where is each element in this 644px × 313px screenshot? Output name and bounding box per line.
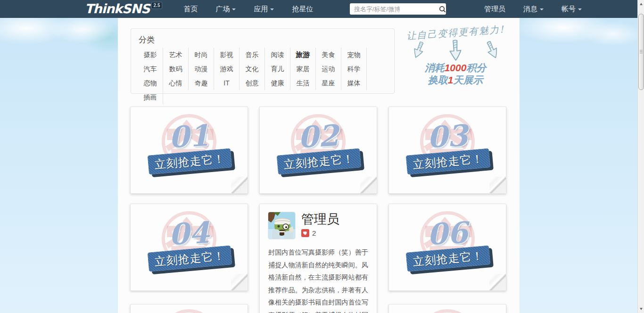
user-menu-item[interactable]: 管理员	[475, 0, 514, 18]
page-fold-corner	[231, 274, 248, 291]
avatar[interactable]	[268, 212, 295, 239]
page-fold-corner	[489, 274, 506, 291]
category-tag[interactable]: IT	[214, 76, 239, 90]
star-slot-card-1[interactable]: 空 01 立刻抢走它！	[130, 107, 248, 194]
promo-days-value: 1	[448, 74, 454, 85]
arrow-down-icon	[640, 308, 643, 310]
search-icon[interactable]	[439, 3, 446, 15]
category-list: 摄影艺术时尚影视音乐阅读旅游美食宠物汽车数码动漫游戏文化育儿家居运动科学恋物心情…	[131, 48, 394, 104]
category-tag[interactable]: 动漫	[189, 62, 214, 76]
user-menu: 管理员 消息 帐号	[475, 0, 591, 18]
category-tag[interactable]: 家居	[290, 62, 316, 76]
promo-cost-line: 消耗1000积分	[397, 62, 513, 74]
category-tag[interactable]: 摄影	[138, 48, 163, 62]
page-fold-corner	[231, 177, 248, 194]
category-tag[interactable]: 文化	[239, 62, 265, 76]
promo-banner: 让自己变得更有魅力! 消耗1000积分 换取1天展示	[397, 26, 513, 86]
promo-reward-line: 换取1天展示	[397, 74, 513, 86]
user-menu-item[interactable]: 消息	[514, 0, 553, 18]
empty-stamp-icon: 空	[420, 309, 475, 313]
page-fold-corner	[360, 177, 377, 194]
star-slot-card-3[interactable]: 空 03 立刻抢走它！	[388, 107, 506, 194]
category-tag[interactable]: 媒体	[341, 76, 367, 90]
category-tag[interactable]: 健康	[265, 76, 290, 90]
top-navbar: ThinkSNS 2.5 首页 广场 应用 抢星位 管理员	[0, 0, 644, 18]
star-slot-card-4[interactable]: 空 04 立刻抢走它！	[130, 204, 248, 291]
scroll-down-button[interactable]	[638, 305, 644, 313]
heart-icon[interactable]	[301, 229, 309, 237]
category-tag[interactable]: 生活	[290, 76, 316, 90]
star-slot-card-6[interactable]: 空 06 立刻抢走它！	[388, 204, 506, 291]
profile-bio: 封国内首位写真摄影师（笑）善于捕捉人物清新自然的纯美瞬间。风格清新自然，在主流摄…	[268, 246, 368, 313]
scroll-up-button[interactable]	[638, 0, 644, 8]
user-menu-item[interactable]: 帐号	[553, 0, 591, 18]
logo-version-badge: 2.5	[151, 2, 163, 9]
main-menu: 首页 广场 应用 抢星位	[174, 0, 322, 18]
likes-row: 2	[301, 229, 339, 237]
search-box	[350, 3, 446, 15]
category-tag[interactable]: 心情	[163, 76, 189, 90]
logo-text: ThinkSNS	[85, 1, 150, 17]
category-tag[interactable]: 奇趣	[189, 76, 214, 90]
profile-header: 管理员 2	[268, 212, 368, 239]
category-tag[interactable]: 影视	[214, 48, 239, 62]
sketch-arrow-down-icon	[409, 39, 428, 61]
category-tag[interactable]: 运动	[316, 62, 341, 76]
arrow-up-icon	[640, 3, 643, 5]
page-fold-corner	[489, 177, 506, 194]
chevron-down-icon	[232, 8, 236, 10]
nav-menu-item[interactable]: 应用	[245, 0, 283, 18]
occupied-star-card[interactable]: 管理员 2 封国内首位写真摄影师（笑）善于捕捉人物清新自然的纯美瞬间。风格清新自…	[259, 204, 377, 313]
star-slot-card-partial-left[interactable]: 空	[130, 304, 248, 313]
category-tag[interactable]: 时尚	[189, 48, 214, 62]
category-tag[interactable]: 恋物	[138, 76, 163, 90]
star-slot-card-partial-right[interactable]: 空	[388, 304, 506, 313]
category-title: 分类	[139, 34, 394, 45]
chevron-down-icon	[270, 8, 274, 10]
chevron-down-icon	[540, 8, 544, 10]
empty-stamp-icon: 空	[162, 309, 216, 313]
profile-name[interactable]: 管理员	[301, 212, 339, 226]
category-tag[interactable]: 旅游	[290, 48, 316, 62]
star-slot-card-2[interactable]: 空 02 立刻抢走它！	[259, 107, 377, 194]
chevron-down-icon	[578, 8, 582, 10]
profile-head-text: 管理员 2	[301, 212, 339, 239]
sketch-arrow-down-icon	[446, 39, 464, 62]
category-tag[interactable]: 音乐	[239, 48, 265, 62]
category-tag[interactable]: 游戏	[214, 62, 239, 76]
category-tag[interactable]: 创意	[239, 76, 265, 90]
nav-menu-item[interactable]: 广场	[206, 0, 245, 18]
category-tag[interactable]: 星座	[316, 76, 341, 90]
category-tag[interactable]: 艺术	[163, 48, 189, 62]
vertical-scrollbar[interactable]	[637, 0, 644, 313]
category-tag[interactable]: 美食	[316, 48, 341, 62]
category-tag[interactable]: 汽车	[138, 62, 163, 76]
nav-menu-item[interactable]: 首页	[174, 0, 206, 18]
scrollbar-thumb[interactable]	[638, 14, 644, 90]
nav-menu-item[interactable]: 抢星位	[283, 0, 322, 18]
category-tag[interactable]: 插画	[138, 90, 163, 104]
promo-points-value: 1000	[445, 62, 467, 73]
category-box: 分类 摄影艺术时尚影视音乐阅读旅游美食宠物汽车数码动漫游戏文化育儿家居运动科学恋…	[131, 28, 395, 94]
category-tag[interactable]: 宠物	[341, 48, 367, 62]
category-tag[interactable]: 育儿	[265, 62, 290, 76]
category-tag[interactable]: 阅读	[265, 48, 290, 62]
promo-arrows	[397, 39, 513, 62]
sketch-arrow-down-icon	[482, 38, 503, 62]
like-count: 2	[312, 229, 316, 237]
category-tag[interactable]: 数码	[163, 62, 189, 76]
search-input[interactable]	[350, 6, 439, 13]
category-tag[interactable]: 科学	[341, 62, 367, 76]
thinksns-logo[interactable]: ThinkSNS 2.5	[85, 1, 162, 17]
